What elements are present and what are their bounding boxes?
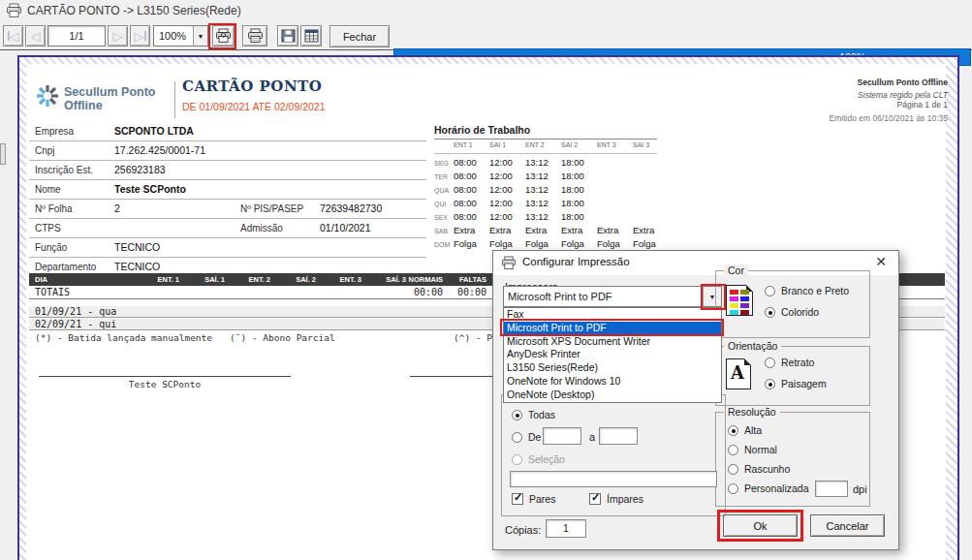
info-label: Inscrição Est.	[35, 165, 93, 175]
annotation-combo-arrow	[701, 284, 726, 310]
close-preview-label: Fechar	[343, 31, 376, 43]
radio-de[interactable]: De	[512, 431, 541, 443]
orientation-page-icon: A	[726, 358, 751, 389]
legend-manual-punch: (*) - Batida lançada manualmente	[35, 332, 212, 343]
info-value: TECNICO	[114, 261, 160, 272]
radio-selecao[interactable]: Seleção	[512, 453, 565, 465]
info-value: TECNICO	[114, 241, 160, 253]
schedule-row-sex: SEX08:0012:0013:1218:00	[434, 211, 676, 222]
info-label: Empresa	[35, 126, 74, 137]
prev-arrow-icon: ◁	[31, 30, 41, 43]
report-title: CARTÃO PONTO	[182, 78, 322, 95]
printer-option[interactable]: AnyDesk Printer	[504, 348, 721, 361]
orientation-group: Orientação A Retrato Paisagem	[715, 346, 870, 406]
close-preview-button[interactable]: Fechar	[329, 25, 390, 47]
radio-paisagem[interactable]: Paisagem	[765, 378, 827, 389]
page-indicator-input[interactable]: 1/1	[47, 25, 106, 47]
report-date-range: DE 01/09/2021 ATÉ 02/09/2021	[182, 101, 326, 112]
radio-icon	[728, 464, 738, 475]
info-label2: Nº PIS/PASEP	[240, 203, 303, 214]
schedule-row-qua: QUA08:0012:0013:1218:00	[434, 184, 676, 195]
color-group-title: Cor	[724, 264, 748, 276]
first-page-button[interactable]: ◁	[3, 25, 23, 47]
schedule-row-qui: QUI08:0012:0013:1218:00	[434, 198, 676, 208]
resolution-group-title: Resolução	[724, 406, 780, 418]
schedule-row-ter: TER08:0012:0013:1218:00	[434, 171, 676, 181]
save-icon	[280, 28, 297, 44]
printer-option[interactable]: OneNote (Desktop)	[504, 389, 721, 402]
next-arrow-icon: ▷	[113, 30, 123, 43]
info-row-cnpj: Cnpj 17.262.425/0001-71	[29, 141, 426, 161]
copies-field[interactable]: 1	[546, 519, 586, 538]
meta-page-info: Página 1 de 1	[678, 100, 948, 109]
pages-to-label: a	[589, 431, 595, 443]
schedule-row-dom: DOMFolgaFolgaFolgaFolgaFolgaFolga	[434, 238, 676, 249]
window-titlebar[interactable]: CARTÃO PONTO -> L3150 Series(Rede)	[0, 0, 972, 21]
secullum-logo-icon	[35, 83, 60, 110]
zoom-combobox[interactable]: 100% ▼	[153, 25, 208, 47]
annotation-printer-option	[500, 319, 724, 336]
export-table-button[interactable]	[300, 25, 322, 47]
info-value: Teste SCPonto	[114, 183, 186, 195]
checkbox-impares[interactable]: Ímpares	[589, 493, 643, 505]
dpi-field[interactable]	[815, 481, 848, 497]
info-value: 17.262.425/0001-71	[114, 144, 205, 156]
logo-line1: Secullum Ponto	[64, 85, 155, 99]
copies-label: Cópias:	[505, 524, 541, 536]
info-value: SCPONTO LTDA	[114, 125, 194, 137]
schedule-row-sab: SABExtraExtraExtraExtraExtraExtra	[434, 225, 676, 235]
radio-icon	[512, 410, 522, 420]
last-page-button[interactable]: ▷	[130, 25, 150, 47]
printer-option[interactable]: L3150 Series(Rede)	[504, 361, 721, 375]
printer-combobox[interactable]: Microsoft Print to PDF ▼	[503, 286, 722, 307]
radio-retrato[interactable]: Retrato	[765, 357, 814, 368]
report-meta: Secullum Ponto Offline Sistema regido pe…	[678, 78, 948, 123]
window-title: CARTÃO PONTO -> L3150 Series(Rede)	[27, 4, 241, 17]
radio-icon	[765, 358, 775, 368]
radio-alta[interactable]: Alta	[728, 424, 762, 436]
printer-icon	[247, 28, 264, 44]
radio-icon	[512, 432, 522, 443]
cancel-button[interactable]: Cancelar	[810, 514, 885, 537]
print-button[interactable]	[242, 25, 267, 47]
radio-colorido[interactable]: Colorido	[765, 306, 819, 318]
last-bar-icon	[144, 31, 146, 41]
close-icon[interactable]: ✕	[875, 254, 887, 269]
radio-icon	[728, 445, 738, 455]
printer-option[interactable]: Microsoft XPS Document Writer	[504, 335, 721, 349]
info-row-empresa: Empresa SCPONTO LTDA	[29, 122, 426, 141]
info-label2: Admissão	[240, 223, 283, 233]
radio-normal[interactable]: Normal	[728, 444, 777, 455]
color-page-icon	[726, 285, 753, 316]
radio-icon	[512, 454, 522, 465]
radio-icon	[765, 307, 775, 318]
page-to-field[interactable]	[599, 427, 638, 445]
printer-option[interactable]: OneNote for Windows 10	[504, 375, 721, 389]
save-button[interactable]	[277, 25, 298, 47]
next-page-button[interactable]: ▷	[108, 25, 128, 47]
annotation-print-setup	[208, 23, 236, 49]
radio-icon	[765, 379, 775, 389]
radio-rascunho[interactable]: Rascunho	[728, 463, 790, 475]
radio-personalizada[interactable]: Personalizada	[728, 482, 809, 494]
info-value: 2	[114, 202, 120, 214]
info-label: Nome	[35, 184, 61, 195]
splitter-handle[interactable]	[0, 143, 6, 165]
chevron-down-icon[interactable]: ▼	[193, 26, 207, 46]
info-row-nome: Nome Teste SCPonto	[29, 180, 426, 200]
signature-employee: Teste SCPonto	[39, 376, 291, 389]
selection-field[interactable]	[510, 471, 717, 487]
radio-todas[interactable]: Todas	[512, 409, 555, 420]
radio-icon	[765, 286, 775, 296]
first-arrow-icon: ◁	[10, 30, 19, 43]
previous-page-button[interactable]: ◁	[25, 25, 46, 47]
printer-icon	[6, 3, 22, 18]
pages-group: Páginas Todas De a Seleção Pares Ímpares	[501, 394, 726, 516]
checkbox-icon	[589, 493, 601, 505]
page-from-field[interactable]	[543, 427, 581, 445]
zoom-value: 100%	[154, 30, 193, 42]
meta-regulation: Sistema regido pela CLT	[678, 90, 948, 100]
radio-branco-preto[interactable]: Branco e Preto	[765, 285, 849, 296]
checkbox-pares[interactable]: Pares	[512, 493, 555, 505]
schedule-row-seg: SEG08:0012:0013:1218:00	[434, 157, 676, 168]
